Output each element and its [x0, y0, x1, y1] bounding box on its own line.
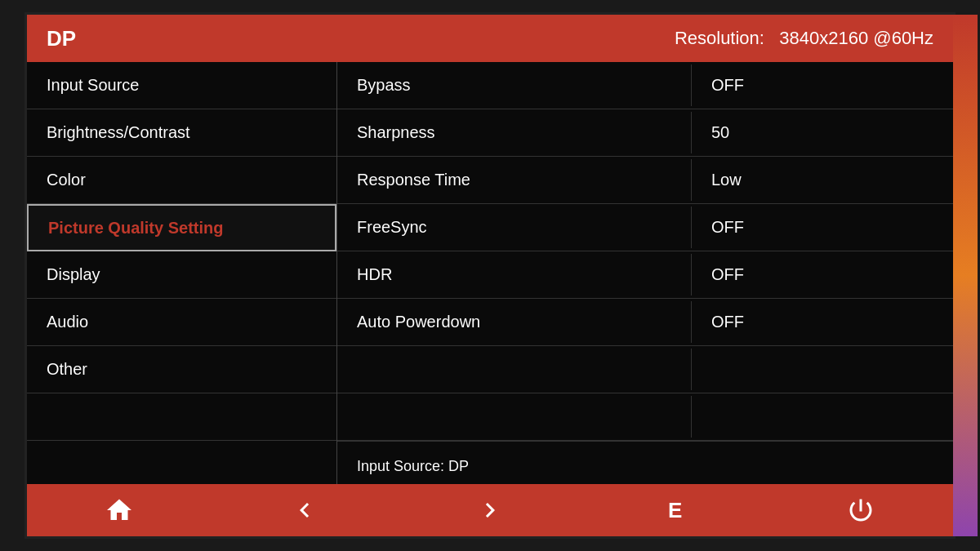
sidebar-item-other[interactable]: Other	[27, 346, 336, 393]
setting-row-auto-powerdown: Auto Powerdown OFF	[337, 299, 953, 346]
power-icon	[846, 495, 875, 525]
footer-bar: E	[27, 484, 953, 536]
info-line2: Resolution: 3840x2160 @60Hz	[357, 478, 933, 484]
setting-row-sharpness: Sharpness 50	[337, 109, 953, 157]
sidebar-item-brightness-contrast[interactable]: Brightness/Contrast	[27, 109, 336, 157]
info-line1: Input Source: DP	[357, 455, 933, 478]
header-title: DP	[47, 26, 76, 51]
info-section: Input Source: DP Resolution: 3840x2160 @…	[337, 441, 953, 484]
sidebar-item-input-source[interactable]: Input Source	[27, 62, 336, 109]
sidebar-item-display[interactable]: Display	[27, 251, 336, 299]
monitor-screen: DP Resolution: 3840x2160 @60Hz Input Sou…	[24, 12, 956, 539]
enter-icon-label: E	[668, 498, 682, 523]
sidebar-item-color[interactable]: Color	[27, 157, 336, 204]
left-arrow-icon	[290, 495, 319, 525]
sidebar-item-picture-quality[interactable]: Picture Quality Setting	[27, 204, 336, 251]
setting-row-empty-2	[337, 393, 953, 441]
right-arrow-icon	[475, 495, 505, 525]
setting-row-empty-1	[337, 346, 953, 393]
main-content: Input Source Brightness/Contrast Color P…	[27, 62, 953, 484]
sidebar: Input Source Brightness/Contrast Color P…	[27, 62, 337, 484]
settings-list: Bypass OFF Sharpness 50 Response Time Lo…	[337, 62, 953, 441]
right-panel: Bypass OFF Sharpness 50 Response Time Lo…	[337, 62, 953, 484]
right-button[interactable]	[470, 490, 510, 531]
setting-row-bypass: Bypass OFF	[337, 62, 953, 109]
sidebar-item-audio[interactable]: Audio	[27, 299, 336, 346]
power-button[interactable]	[840, 490, 881, 531]
setting-row-freesync: FreeSync OFF	[337, 204, 953, 251]
home-button[interactable]	[99, 490, 140, 531]
setting-row-response-time: Response Time Low	[337, 157, 953, 204]
left-button[interactable]	[284, 490, 325, 531]
header-resolution: Resolution: 3840x2160 @60Hz	[675, 28, 933, 49]
enter-button[interactable]: E	[655, 490, 696, 531]
setting-row-hdr: HDR OFF	[337, 251, 953, 299]
sidebar-item-empty-1	[27, 393, 336, 441]
home-icon	[105, 495, 134, 525]
header-bar: DP Resolution: 3840x2160 @60Hz	[27, 15, 953, 62]
